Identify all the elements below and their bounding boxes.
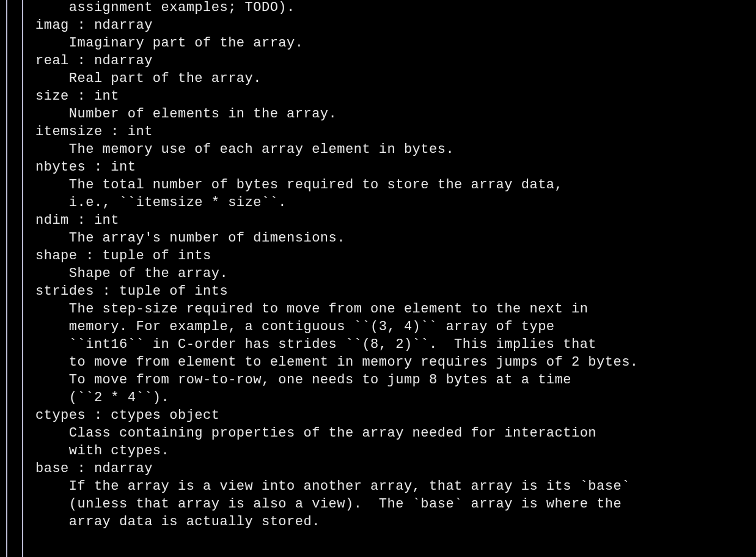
vertical-rule-inner <box>22 0 23 557</box>
docstring-text-block: assignment examples; TODO). imag : ndarr… <box>35 0 639 531</box>
vertical-rule-outer <box>6 0 7 557</box>
